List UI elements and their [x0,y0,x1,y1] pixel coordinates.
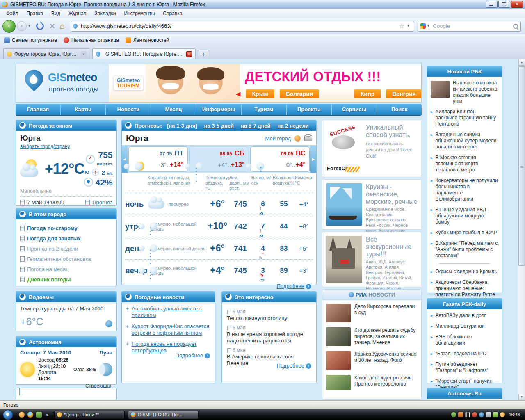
range-1-3-days[interactable]: [на 1-3 дня] [167,123,197,129]
dest-cyprus-button[interactable]: Кипр [354,89,381,98]
bookmark-news-feed[interactable]: Лента новостей [126,37,169,43]
home-icon[interactable]: ⌂ [60,21,65,31]
gismeteo-logo[interactable]: G!Smeteo прогноз погоды [16,64,109,102]
range-5-7-days-link[interactable]: на 5-7 дней [241,123,270,129]
menu-tools[interactable]: Инструменты [121,10,159,17]
bookmark-most-popular[interactable]: Самые популярные [4,37,57,43]
menu-file[interactable]: Файл [2,10,22,17]
nav-maps[interactable]: Карты [61,104,106,115]
scrollbar-thumb[interactable] [518,66,525,266]
menu-edit[interactable]: Правка [23,10,47,17]
search-engine-dropdown-icon[interactable]: ▼ [427,25,430,27]
url-dropdown-icon[interactable]: ▼ [407,25,410,27]
nav-news[interactable]: Новости [106,104,151,115]
menu-history[interactable]: Журнал [65,10,90,17]
link-weather-old-style[interactable]: Погода по-старому [20,225,112,231]
tab-close-icon[interactable]: × [186,51,192,57]
url-bar[interactable]: ☆ ▼ [71,21,414,32]
ria-item[interactable]: Лариса Удовиченко сейчас и 30 лет назад.… [322,348,421,372]
stop-icon[interactable]: × [50,22,55,30]
next-days-arrow[interactable]: ▶ [310,146,316,173]
link-weather-diary[interactable]: Дневник погоды [20,276,112,283]
daily-item[interactable]: ▸АвтоВАЗу дали в долг [431,313,498,319]
taskbar-button-gismeteo[interactable]: GISMETEO.RU: Пог... [128,411,199,419]
back-button[interactable]: ‹ [2,20,16,33]
tray-icon[interactable] [500,412,505,417]
range-3-5-days-link[interactable]: на 3-5 дней [204,123,234,129]
ria-item[interactable]: Какое лето ждет россиян. Прогноз метеоро… [322,372,421,392]
nav-month[interactable]: Месяц [151,104,196,115]
search-icon[interactable] [513,24,518,29]
tray-icon[interactable] [472,412,477,417]
daily-item[interactable]: ▸"Базэл" подсел на IPO [431,351,498,357]
rbc-item[interactable]: ▸В Пензе у здания УВД обнаружили мощную … [431,207,498,225]
choose-city-link[interactable]: выбрать город/страну [20,144,70,149]
forward-button[interactable]: › [17,21,27,31]
more-arrow-icon[interactable]: › [306,363,311,369]
minimize-button[interactable] [486,1,498,8]
nav-main[interactable]: Главная [16,104,61,115]
scroll-up-icon[interactable]: ▲ [518,59,525,66]
close-button[interactable]: × [511,1,523,8]
rbc-item[interactable]: ▸В Москве сегодня вспоминают жертв терак… [431,155,498,173]
forecast-more-link[interactable]: Подробнее [277,283,304,289]
firefox-quick-launch-icon[interactable] [27,412,33,418]
tours-ad[interactable]: Все экскурсионные туры!!! Авиа, Ж/Д, Авт… [322,232,422,287]
tray-icon[interactable] [479,412,484,417]
weather-news-more-link[interactable]: Подробнее [176,352,203,358]
tab-gismeteo[interactable]: GISMETEO.RU: Погода в Юрге. П... × [92,48,196,59]
ad-banner[interactable]: GiSmeteo TOURISM ДЕТСКИЙ ОТДЫХ !!! ◀ Кры… [109,64,421,102]
menu-help[interactable]: Справка [159,10,186,17]
bookmark-star-icon[interactable]: ☆ [399,23,404,30]
print-icon[interactable] [304,135,312,141]
link-two-week-forecast[interactable]: Прогноз на 2 недели [20,246,112,252]
new-tab-button[interactable]: + [198,50,209,59]
autonews-header[interactable]: Autonews.Ru [427,388,502,399]
rbc-item[interactable]: ▸В.Карпин: "Перед матчем с "Анжи" были п… [431,240,498,259]
cruises-ad[interactable]: Круизы - океанские, морские, речные Сред… [322,179,422,230]
dest-bulgaria-button[interactable]: Болгария [280,89,319,98]
daily-item[interactable]: ▸Путин объединяет "Газпром" и "Нафтогаз" [431,361,498,374]
refresh-icon[interactable] [36,22,44,30]
network-icon[interactable] [465,412,470,417]
url-input[interactable] [80,23,398,30]
dest-hungary-button[interactable]: Венгрия [386,89,421,98]
menu-view[interactable]: Вид [48,10,64,17]
volume-icon[interactable] [486,412,491,417]
left-arrow-icon[interactable]: ◀ [236,90,241,98]
dest-crimea-button[interactable]: Крым [246,89,274,98]
scroll-down-icon[interactable]: ▼ [518,394,525,400]
nav-informers[interactable]: Информеры [196,104,241,115]
forex-ad[interactable]: SUCCESS ForexClub Уникальный способ узна… [322,120,422,177]
day-card-sunday[interactable]: * * 09.05ВС 0°..+4° [250,146,310,172]
news-link[interactable]: +Автомобиль уплыл вместе с приливом [126,306,211,319]
nav-projects[interactable]: Проекты [287,104,332,115]
rbc-lead-item[interactable]: Выпавшего из окна китайского ребенка спа… [431,80,498,105]
forecast-link[interactable]: Прогноз [92,199,112,205]
start-button[interactable] [3,410,13,420]
link-weather-busy[interactable]: Погода для занятых [20,235,112,242]
news-link[interactable]: +Курорт Флорида-Кис опасается встречи с … [126,323,211,336]
taskbar-button-center[interactable]: *Центр - Нюни ** [54,411,125,419]
search-box[interactable]: ▼ [418,21,521,32]
rbc-item[interactable]: ▸Хиллари Клинтон раскрыла страшную тайну… [431,109,498,127]
daily-item[interactable]: ▸Миллиард Батуриной [431,323,498,329]
interesting-item[interactable]: В наше время хорошей погоде надо спешить… [227,331,311,344]
my-city-link[interactable]: Мой город [265,135,291,142]
quick-launch-overflow-icon[interactable]: » [46,412,48,418]
day-card-saturday[interactable]: • • • • • 08.05СБ +4°..+13° [189,146,249,172]
tray-icon[interactable] [458,412,463,417]
rbc-item[interactable]: ▸Загадочные снимки обнаженной супер-моде… [431,132,498,150]
link-geomagnetic[interactable]: Геомагнитная обстановка [20,256,112,262]
more-arrow-icon[interactable]: › [306,284,311,289]
nav-services[interactable]: Сервисы [332,104,377,115]
history-dropdown-icon[interactable]: ▼ [28,25,31,27]
link-month-weather[interactable]: Погода на месяц [20,266,112,272]
quick-launch-icon[interactable] [19,412,25,418]
nav-search[interactable]: Поиск [377,104,422,115]
more-arrow-icon[interactable]: › [205,353,210,358]
tray-icon[interactable] [451,412,456,417]
bookmark-home-page[interactable]: Начальная страница [64,37,119,43]
globe-icon[interactable] [105,320,112,327]
interesting-item[interactable]: Тепло покинуло столицу [227,315,311,322]
